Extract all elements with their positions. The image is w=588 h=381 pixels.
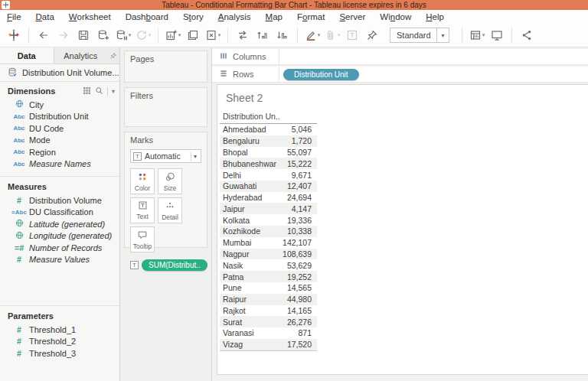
menu-analysis[interactable]: Analysis [218,12,251,21]
rows-shelf-body[interactable]: Distribution Unit [279,67,588,82]
value-cell[interactable]: 19,252 [279,271,317,282]
swap-rows-columns-button[interactable] [234,26,251,44]
row-header-cell[interactable]: Surat [220,316,279,327]
row-header-cell[interactable]: Guwahati [220,181,279,192]
row-header-cell[interactable]: Mumbai [220,237,279,249]
measure-field-du-classification[interactable]: =AbcDU Classification [0,207,119,219]
row-header-cell[interactable]: Vizag [220,339,279,350]
row-header-cell[interactable]: Varanasi [220,327,279,339]
row-header-cell[interactable]: Bhopal [220,147,279,158]
columns-shelf[interactable]: Columns [212,49,588,65]
parameter-field-threshold-1[interactable]: #Threshold_1 [0,324,119,336]
measure-field-distribution-volume[interactable]: #Distribution Volume [0,194,119,207]
undo-button[interactable] [35,26,52,44]
sum-distribution-pill[interactable]: SUM(Distribut.. [142,259,207,271]
value-cell[interactable]: 4,147 [279,203,317,214]
tableau-logo[interactable] [5,26,22,44]
menu-format[interactable]: Format [297,12,325,21]
menu-worksheet[interactable]: Worksheet [69,12,111,21]
mark-type-dropdown[interactable]: T Automatic ▾ [130,149,201,163]
presentation-mode-button[interactable] [488,26,505,44]
row-header-cell[interactable]: Bengaluru [220,135,279,147]
value-cell[interactable]: 53,629 [279,259,317,271]
dimension-field-measure-names[interactable]: AbcMeasure Names [0,158,119,171]
pause-auto-updates-button[interactable]: ▾ [115,26,132,44]
row-header-cell[interactable]: Kolkata [220,214,279,226]
fix-axes-button[interactable] [364,26,381,44]
value-cell[interactable]: 17,520 [279,339,317,350]
view-grid-icon[interactable] [83,86,91,96]
value-cell[interactable]: 26,276 [279,316,317,327]
value-cell[interactable]: 24,694 [279,192,317,204]
measure-field-number-of-records[interactable]: =#Number of Records [0,242,119,254]
value-cell[interactable]: 44,980 [279,294,317,305]
measure-field-latitude-generated[interactable]: Latitude (generated) [0,218,119,230]
marks-size-button[interactable]: Size [158,168,182,194]
row-header-cell[interactable]: Rajkot [220,305,279,317]
tab-analytics[interactable]: Analytics [54,47,108,64]
share-button[interactable] [518,26,535,44]
measure-field-longitude-generated[interactable]: Longitude (generated) [0,230,119,243]
value-cell[interactable]: 5,046 [279,124,317,135]
duplicate-sheet-button[interactable] [185,26,201,44]
marks-detail-button[interactable]: Detail [158,197,182,223]
dimension-field-distribution-unit[interactable]: AbcDistribution Unit [0,111,119,123]
dimension-field-mode[interactable]: AbcMode [0,135,119,147]
chevron-down-icon[interactable]: ▾ [436,28,449,42]
row-header-cell[interactable]: Kozhikode [220,226,279,237]
table-column-header[interactable]: Distribution Un.. [220,111,317,124]
menu-dashboard[interactable]: Dashboard [126,12,168,21]
value-cell[interactable]: 108,639 [279,249,317,260]
datasource-item[interactable]: Distribution Unit Volume... [0,64,119,82]
row-header-cell[interactable]: Ahmedabad [220,124,279,135]
row-header-cell[interactable]: Pune [220,282,279,294]
dimension-field-region[interactable]: AbcRegion [0,146,119,158]
parameter-field-threshold-3[interactable]: #Threshold_3 [0,347,119,360]
value-cell[interactable]: 55,097 [279,147,317,158]
menu-server[interactable]: Server [339,12,365,21]
value-cell[interactable]: 142,107 [279,237,317,249]
new-datasource-button[interactable] [95,26,112,44]
clear-sheet-button[interactable]: ▾ [204,26,221,44]
measure-field-measure-values[interactable]: #Measure Values [0,254,119,266]
save-button[interactable] [75,26,92,44]
distribution-unit-pill[interactable]: Distribution Unit [283,69,359,80]
value-cell[interactable]: 1,720 [279,135,317,147]
show-hide-cards-button[interactable]: ▾ [469,26,485,44]
marks-text-button[interactable]: Text [130,197,155,223]
menu-file[interactable]: File [7,12,21,21]
row-header-cell[interactable]: Jaipur [220,203,279,214]
value-cell[interactable]: 10,338 [279,226,317,237]
row-header-cell[interactable]: Hyderabad [220,192,279,204]
row-header-cell[interactable]: Nasik [220,259,279,271]
marks-tooltip-button[interactable]: Tooltip [130,226,155,252]
highlight-button[interactable]: ▾ [304,26,321,44]
menu-story[interactable]: Story [183,12,204,21]
row-header-cell[interactable]: Patna [220,271,279,282]
value-cell[interactable]: 14,565 [279,282,317,294]
dimension-field-du-code[interactable]: AbcDU Code [0,122,119,135]
sort-ascending-button[interactable] [254,26,271,44]
value-cell[interactable]: 871 [279,327,317,339]
row-header-cell[interactable]: Nagpur [220,249,279,260]
chevron-down-icon[interactable]: ▾ [191,151,199,161]
value-cell[interactable]: 19,336 [279,214,317,226]
marks-color-button[interactable]: Color [130,168,155,194]
tab-data[interactable]: Data [0,47,54,64]
menu-window[interactable]: Window [380,12,411,21]
pin-icon[interactable] [107,47,119,64]
new-worksheet-button[interactable]: ▾ [165,26,181,44]
chevron-down-icon[interactable]: ▾ [112,88,115,95]
fit-selector[interactable]: Standard▾ [390,28,449,43]
search-icon[interactable] [95,86,103,96]
pages-shelf[interactable]: Pages [124,50,207,83]
row-header-cell[interactable]: Bhubaneshwar [220,158,279,169]
sort-descending-button[interactable] [274,26,291,44]
columns-shelf-body[interactable] [279,49,588,64]
value-cell[interactable]: 14,165 [279,305,317,317]
menu-help[interactable]: Help [426,12,444,21]
menu-data[interactable]: Data [36,12,54,21]
dimension-field-city[interactable]: City [0,99,119,111]
value-cell[interactable]: 9,671 [279,169,317,181]
row-header-cell[interactable]: Delhi [220,169,279,181]
